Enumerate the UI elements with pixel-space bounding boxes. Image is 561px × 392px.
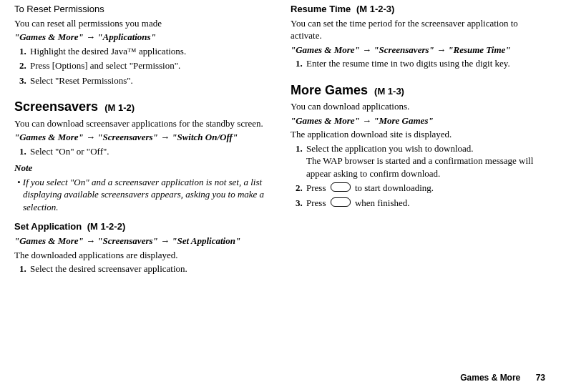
heading-resume-time: Resume Time (M 1-2-3)	[291, 3, 547, 16]
menu-code: (M 1-2-2)	[87, 221, 125, 232]
steps-ss: Select "On" or "Off".	[14, 145, 270, 158]
heading-text: More Games	[291, 83, 368, 97]
text-set-intro: The downloaded applications are displaye…	[14, 249, 270, 262]
steps-reset: Highlight the desired Java™ applications…	[14, 45, 270, 87]
path-reset: "Games & More" → "Applications"	[14, 31, 270, 44]
text-more-intro: You can download applications.	[291, 100, 547, 113]
menu-code: (M 1-2-3)	[356, 4, 394, 14]
footer-page-number: 73	[536, 373, 545, 383]
steps-resume: Enter the resume time in two digits usin…	[291, 57, 547, 70]
right-column: Resume Time (M 1-2-3) You can set the ti…	[291, 3, 547, 278]
heading-text: Set Application	[14, 221, 82, 232]
heading-set-application: Set Application (M 1-2-2)	[14, 220, 270, 233]
center-key-icon	[331, 197, 351, 207]
heading-screensavers: Screensavers (M 1-2)	[14, 98, 270, 115]
text-more-intro2: The application download site is display…	[291, 128, 547, 141]
steps-set-application: Select the desired screensaver applicati…	[14, 263, 270, 275]
page-footer: Games & More 73	[460, 372, 545, 383]
footer-section: Games & More	[460, 373, 520, 383]
note-body: • If you select "On" and a screensaver a…	[14, 176, 270, 214]
step-text: Press	[306, 197, 328, 208]
list-item: Press [Options] and select "Permission".	[29, 59, 270, 72]
note-label: Note	[14, 162, 270, 175]
heading-text: Resume Time	[291, 4, 351, 14]
text-reset-intro: You can reset all permissions you made	[14, 17, 270, 30]
heading-reset-permissions: To Reset Permissions	[14, 3, 270, 16]
menu-code: (M 1-2)	[104, 102, 135, 113]
list-item: Select "Reset Permissions".	[29, 74, 270, 87]
path-ss: "Games & More" → "Screensavers" → "Switc…	[14, 131, 270, 144]
step-subtext: The WAP browser is started and a confirm…	[306, 155, 533, 179]
list-item: Select the desired screensaver applicati…	[29, 263, 270, 275]
list-item: Enter the resume time in two digits usin…	[305, 57, 547, 70]
heading-text: Screensavers	[14, 99, 98, 114]
step-text: Press	[306, 182, 328, 193]
steps-more-games: Select the application you wish to downl…	[291, 142, 547, 210]
list-item: Select the application you wish to downl…	[305, 142, 547, 180]
left-column: To Reset Permissions You can reset all p…	[14, 3, 270, 278]
text-ss-intro: You can download screensaver application…	[14, 117, 270, 130]
path-set-application: "Games & More" → "Screensavers" → "Set A…	[14, 235, 270, 248]
text-resume-intro: You can set the time period for the scre…	[291, 17, 547, 42]
menu-code: (M 1-3)	[374, 86, 404, 97]
step-text: Select the application you wish to downl…	[306, 143, 474, 154]
path-resume: "Games & More" → "Screensavers" → "Resum…	[291, 44, 547, 57]
center-key-icon	[331, 182, 351, 192]
list-item: Highlight the desired Java™ applications…	[29, 45, 270, 58]
list-item: Select "On" or "Off".	[29, 145, 270, 158]
step-text: to start downloading.	[353, 182, 434, 193]
step-text: when finished.	[353, 197, 410, 208]
heading-more-games: More Games (M 1-3)	[291, 82, 547, 99]
list-item: Press to start downloading.	[305, 182, 547, 195]
path-more-games: "Games & More" → "More Games"	[291, 114, 547, 127]
list-item: Press when finished.	[305, 197, 547, 210]
